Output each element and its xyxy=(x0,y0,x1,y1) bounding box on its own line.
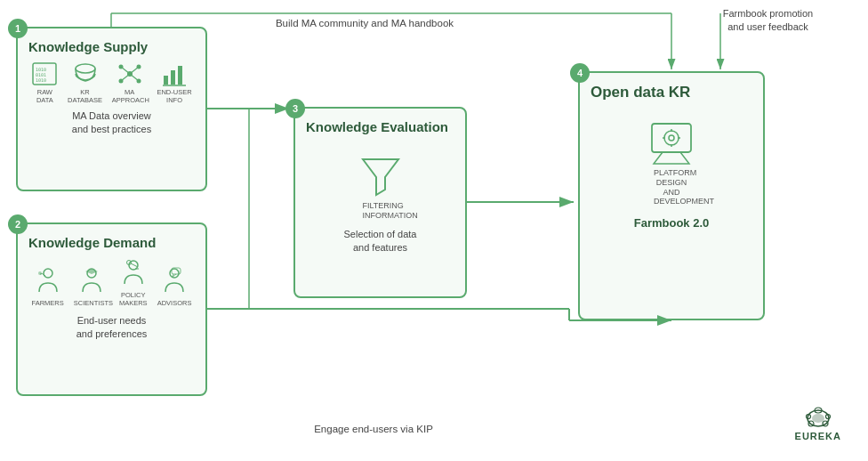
platform-icon-area: PLATFORM DESIGNAND DEVELOPMENT xyxy=(591,119,752,206)
eureka-logo: EUREKA xyxy=(795,404,841,441)
svg-point-32 xyxy=(669,135,674,141)
step-badge-4: 4 xyxy=(570,63,590,83)
step-badge-1: 1 xyxy=(8,19,28,38)
svg-rect-30 xyxy=(652,124,691,152)
step-badge-2: 2 xyxy=(8,214,28,234)
icon-raw-data: 1010 0101 1010 RAWDATA xyxy=(31,61,58,104)
icon-farmer: FARMERS xyxy=(32,267,64,307)
demand-icons-row: FARMERS SCIENTISTS xyxy=(28,259,195,307)
svg-line-24 xyxy=(131,263,138,267)
svg-line-12 xyxy=(121,74,130,81)
icon-label-farmers: FARMERS xyxy=(32,299,64,307)
svg-point-49 xyxy=(812,414,824,423)
svg-point-19 xyxy=(38,271,42,275)
knowledge-demand-title: Knowledge Demand xyxy=(28,235,195,250)
svg-rect-14 xyxy=(164,76,168,85)
icon-kr-database: KRDATABASE xyxy=(68,61,102,104)
icon-policy-maker: POLICYMAKERS xyxy=(119,259,148,307)
svg-rect-16 xyxy=(178,66,182,85)
label-engage-endusers: Engage end-users via KIP xyxy=(249,422,498,436)
box-knowledge-supply: 1 Knowledge Supply 1010 0101 1010 RAWDAT… xyxy=(16,27,207,191)
supply-icons-row: 1010 0101 1010 RAWDATA KRDATABASE xyxy=(28,61,195,104)
label-build-ma-community: Build MA community and MA handbook xyxy=(231,16,498,30)
eureka-label: EUREKA xyxy=(795,431,841,441)
knowledge-supply-subtitle: MA Data overviewand best practices xyxy=(28,109,195,137)
icon-advisor: ADVISORS xyxy=(157,267,192,307)
icon-enduser-info: END-USERINFO xyxy=(157,61,191,104)
knowledge-evaluation-subtitle: Selection of dataand features xyxy=(306,228,454,255)
knowledge-supply-title: Knowledge Supply xyxy=(28,39,195,54)
svg-line-10 xyxy=(121,67,130,74)
icon-label-enduserinfo: END-USERINFO xyxy=(157,88,191,104)
icon-label-advisors: ADVISORS xyxy=(157,299,192,307)
svg-point-31 xyxy=(664,131,679,145)
icon-label-rawdata: RAWDATA xyxy=(36,88,53,104)
icon-label-maapproach: MAAPPROACH xyxy=(112,88,148,104)
step-badge-3: 3 xyxy=(285,99,305,118)
icon-label-krdatabase: KRDATABASE xyxy=(68,88,102,104)
knowledge-demand-subtitle: End-user needsand preferences xyxy=(28,314,195,342)
box-knowledge-evaluation: 3 Knowledge Evaluation FILTERINGINFORMAT… xyxy=(293,107,467,298)
label-farmbook-promotion: Farmbook promotionand user feedback xyxy=(690,7,846,35)
filter-icon-area: FILTERINGINFORMATION xyxy=(306,152,454,221)
icon-label-policymakers: POLICYMAKERS xyxy=(119,291,148,307)
knowledge-evaluation-title: Knowledge Evaluation xyxy=(306,119,454,134)
svg-line-13 xyxy=(130,74,139,81)
svg-line-11 xyxy=(130,67,139,74)
box-knowledge-demand: 2 Knowledge Demand FARMERS xyxy=(16,222,207,396)
svg-point-4 xyxy=(76,64,95,73)
svg-rect-15 xyxy=(171,70,175,85)
icon-label-filtering: FILTERINGINFORMATION xyxy=(363,201,398,221)
open-data-kr-subtitle: Farmbook 2.0 xyxy=(591,215,752,231)
box-open-data-kr: 4 Open data KR PLATFORM DESIGNAND DEVELO… xyxy=(578,71,765,320)
svg-point-18 xyxy=(44,269,52,278)
icon-ma-approach: MAAPPROACH xyxy=(112,61,148,104)
svg-point-27 xyxy=(170,269,179,278)
diagram-container: 1 Knowledge Supply 1010 0101 1010 RAWDAT… xyxy=(0,0,868,461)
open-data-kr-title: Open data KR xyxy=(591,84,752,101)
icon-label-scientists: SCIENTISTS xyxy=(74,299,109,307)
svg-text:1010: 1010 xyxy=(36,77,46,83)
icon-label-platform: PLATFORM DESIGNAND DEVELOPMENT xyxy=(654,168,689,206)
icon-scientist: SCIENTISTS xyxy=(74,267,109,307)
